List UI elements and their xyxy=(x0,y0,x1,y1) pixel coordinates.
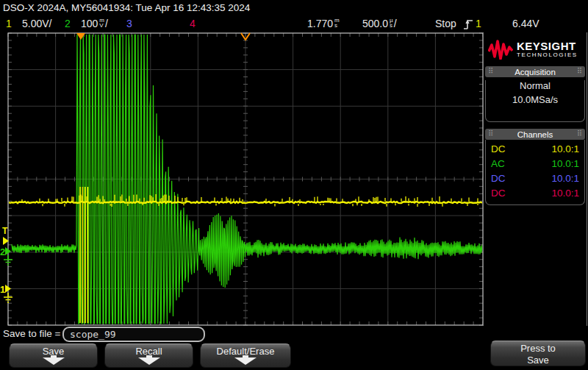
channels-title: Channels xyxy=(517,130,553,139)
down-arrow-icon xyxy=(43,355,65,365)
down-arrow-icon xyxy=(138,355,160,365)
keysight-spark-icon xyxy=(488,39,513,60)
ch1-scale[interactable]: 5.00V/ xyxy=(22,18,51,29)
channel-coupling: DC xyxy=(491,188,506,199)
save-to-file-label: Save to file = xyxy=(3,328,60,339)
mv-unit: mV xyxy=(99,18,104,28)
acquisition-title: Acquisition xyxy=(514,68,556,77)
delay-value: 1.770 xyxy=(307,18,333,29)
channel-coupling: DC xyxy=(491,173,506,184)
filename-input[interactable]: scope_99 xyxy=(62,327,205,342)
timebase-value: 500.0 xyxy=(362,18,388,29)
scope-display: T21 xyxy=(0,32,485,327)
ms-unit: ms xyxy=(334,18,340,28)
press-to-save-line2: Save xyxy=(491,355,585,366)
timebase-suffix: / xyxy=(394,18,397,29)
trigger-level-marker[interactable]: T xyxy=(2,226,8,236)
channels-header[interactable]: ⠿ Channels ⠿ xyxy=(485,129,585,140)
channel-row: DC10.0:1 xyxy=(486,171,584,185)
keysight-logo: KEYSIGHT TECHNOLOGIES xyxy=(484,32,587,63)
press-to-save-button[interactable]: Press to Save xyxy=(490,341,586,366)
timebase-readout[interactable]: 500.0µs/ xyxy=(362,18,397,29)
grip-icon: ⠿ xyxy=(488,67,493,75)
channel-row: AC10.0:1 xyxy=(486,156,584,171)
softkey-save[interactable]: Save xyxy=(9,344,98,368)
brand-sub: TECHNOLOGIES xyxy=(517,51,578,59)
down-arrow-icon xyxy=(234,355,257,365)
ch1-reference-marker[interactable]: 1 xyxy=(0,284,5,295)
us-unit: µs xyxy=(390,18,393,28)
ch2-scale[interactable]: 100mV/ xyxy=(81,18,108,29)
channel-probe: 10.0:1 xyxy=(551,188,579,199)
grip-icon: ⠿ xyxy=(577,67,582,75)
channel-coupling: AC xyxy=(491,158,505,169)
oscilloscope-screen: DSO-X 2024A, MY56041934: Tue Apr 16 12:4… xyxy=(0,0,588,370)
sample-rate: 10.0MSa/s xyxy=(486,94,584,105)
ch1-number[interactable]: 1 xyxy=(6,18,12,29)
softkey-default-erase[interactable]: Default/Erase xyxy=(200,344,291,368)
acquisition-header[interactable]: ⠿ Acquisition ⠿ xyxy=(485,66,585,77)
softkey-recall[interactable]: Recall xyxy=(104,344,193,368)
side-panel: KEYSIGHT TECHNOLOGIES ⠿ Acquisition ⠿ No… xyxy=(483,32,587,326)
channel-coupling: DC xyxy=(491,143,506,154)
ch2-scale-suffix: / xyxy=(105,18,108,29)
acquisition-mode: Normal xyxy=(486,80,584,91)
grip-icon: ⠿ xyxy=(577,129,582,138)
ch4-number[interactable]: 4 xyxy=(190,18,196,29)
acquisition-box: Normal 10.0MSa/s xyxy=(485,80,585,122)
trigger-source[interactable]: 1 xyxy=(476,18,481,29)
channel-probe: 10.0:1 xyxy=(551,173,579,184)
ch2-scale-value: 100 xyxy=(81,18,98,29)
trigger-edge-icon xyxy=(463,18,473,30)
brand-name: KEYSIGHT xyxy=(517,40,578,51)
ch3-number[interactable]: 3 xyxy=(126,18,132,29)
grip-icon: ⠿ xyxy=(488,129,493,138)
trigger-level[interactable]: 6.44V xyxy=(512,18,539,29)
ch2-number[interactable]: 2 xyxy=(65,18,71,29)
channel-row: DC10.0:1 xyxy=(486,141,584,156)
channel-row: DC10.0:1 xyxy=(486,185,584,200)
delay-readout[interactable]: 1.770ms xyxy=(307,18,340,29)
press-to-save-line1: Press to xyxy=(491,343,585,355)
title-bar: DSO-X 2024A, MY56041934: Tue Apr 16 12:4… xyxy=(3,2,250,13)
channel-probe: 10.0:1 xyxy=(551,158,579,169)
ch2-reference-marker[interactable]: 2 xyxy=(0,246,5,257)
channels-box: DC10.0:1AC10.0:1DC10.0:1DC10.0:1 xyxy=(485,140,585,205)
channel-probe: 10.0:1 xyxy=(551,143,579,154)
run-state[interactable]: Stop xyxy=(435,18,456,29)
